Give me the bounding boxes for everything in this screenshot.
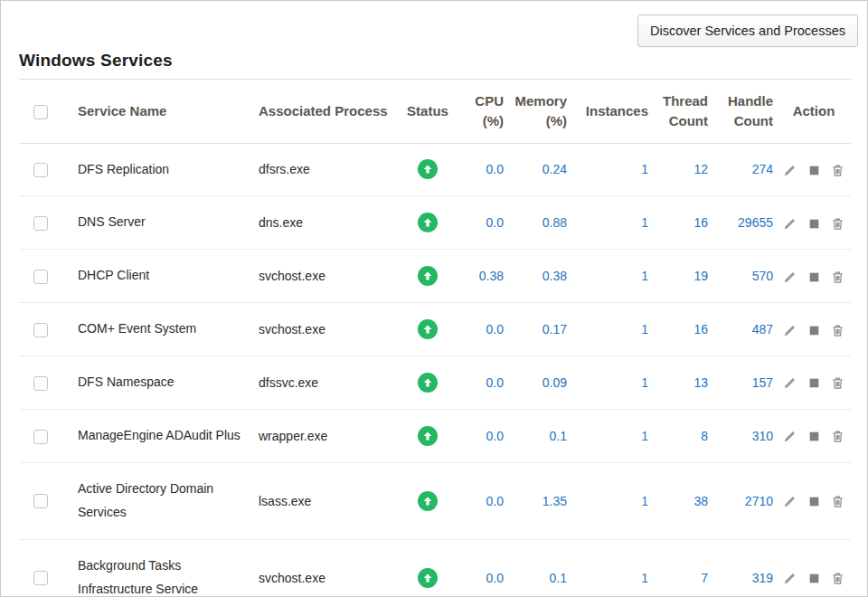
delete-icon[interactable] xyxy=(831,270,844,284)
service-name: COM+ Event System xyxy=(64,303,245,356)
delete-icon[interactable] xyxy=(831,217,844,231)
thread-count-value: 16 xyxy=(652,303,712,356)
handle-count-value: 157 xyxy=(712,356,777,410)
delete-icon[interactable] xyxy=(831,376,844,390)
memory-value: 1.35 xyxy=(507,462,571,539)
col-instances: Instances xyxy=(571,80,652,143)
status-up-icon xyxy=(418,266,438,286)
services-table: Service Name Associated Process Status C… xyxy=(19,80,851,597)
stop-icon[interactable] xyxy=(807,495,821,508)
memory-value: 0.88 xyxy=(507,196,571,250)
checkbox-cell xyxy=(19,250,64,303)
thread-count-value: 12 xyxy=(652,143,712,196)
row-checkbox[interactable] xyxy=(33,323,48,337)
handle-count-value: 319 xyxy=(712,539,777,597)
discover-services-button[interactable]: Discover Services and Processes xyxy=(637,14,858,47)
stop-icon[interactable] xyxy=(807,430,821,443)
action-cell xyxy=(777,539,851,597)
action-cell xyxy=(777,462,851,539)
stop-icon[interactable] xyxy=(807,376,821,390)
select-all-checkbox[interactable] xyxy=(33,105,48,119)
delete-icon[interactable] xyxy=(831,164,844,177)
associated-process: lsass.exe xyxy=(245,462,399,539)
stop-icon[interactable] xyxy=(807,164,821,177)
checkbox-cell xyxy=(19,356,64,410)
checkbox-cell xyxy=(19,303,64,356)
delete-icon[interactable] xyxy=(831,495,844,508)
edit-icon[interactable] xyxy=(783,376,797,390)
handle-count-value: 570 xyxy=(712,250,777,303)
action-cell xyxy=(777,250,851,303)
edit-icon[interactable] xyxy=(783,217,797,231)
associated-process: svchost.exe xyxy=(245,539,399,597)
edit-icon[interactable] xyxy=(783,324,797,337)
col-associated-process: Associated Process xyxy=(245,80,399,143)
instances-value: 1 xyxy=(571,409,652,462)
stop-icon[interactable] xyxy=(807,270,821,284)
delete-icon[interactable] xyxy=(831,572,844,585)
associated-process: dns.exe xyxy=(245,196,399,250)
delete-icon[interactable] xyxy=(831,430,844,443)
thread-count-value: 8 xyxy=(652,409,712,462)
edit-icon[interactable] xyxy=(783,164,797,177)
table-row: DNS Server dns.exe 0.0 0.88 1 16 29655 xyxy=(19,196,851,250)
stop-icon[interactable] xyxy=(807,217,821,231)
stop-icon[interactable] xyxy=(807,572,821,585)
row-checkbox[interactable] xyxy=(33,376,48,391)
edit-icon[interactable] xyxy=(783,495,797,508)
status-cell xyxy=(399,409,457,462)
delete-icon[interactable] xyxy=(831,324,844,337)
windows-services-page: Discover Services and Processes Windows … xyxy=(0,0,868,597)
memory-value: 0.1 xyxy=(507,539,571,597)
status-up-icon xyxy=(418,568,438,588)
table-row: DFS Replication dfsrs.exe 0.0 0.24 1 12 … xyxy=(19,143,851,196)
row-checkbox[interactable] xyxy=(33,430,48,444)
row-checkbox[interactable] xyxy=(33,494,48,508)
col-memory: Memory (%) xyxy=(507,80,571,143)
checkbox-cell xyxy=(19,539,64,597)
checkbox-cell xyxy=(19,196,64,250)
status-up-icon xyxy=(418,319,438,339)
row-checkbox[interactable] xyxy=(33,571,48,585)
associated-process: dfssvc.exe xyxy=(245,356,399,410)
instances-value: 1 xyxy=(571,539,652,597)
memory-value: 0.17 xyxy=(507,303,571,356)
row-checkbox[interactable] xyxy=(33,216,48,231)
instances-value: 1 xyxy=(571,196,652,250)
action-cell xyxy=(777,143,851,196)
cpu-value: 0.0 xyxy=(457,539,507,597)
service-name: DNS Server xyxy=(64,196,245,250)
edit-icon[interactable] xyxy=(783,572,797,585)
instances-value: 1 xyxy=(571,143,652,196)
service-name: DFS Namespace xyxy=(64,356,245,410)
table-row: ManageEngine ADAudit Plus wrapper.exe 0.… xyxy=(19,409,851,462)
edit-icon[interactable] xyxy=(783,430,797,443)
table-row: DHCP Client svchost.exe 0.38 0.38 1 19 5… xyxy=(19,250,851,303)
cpu-value: 0.0 xyxy=(457,462,507,539)
thread-count-value: 13 xyxy=(652,356,712,410)
status-up-icon xyxy=(418,373,438,393)
col-handle-count: Handle Count xyxy=(712,80,777,143)
service-name: DFS Replication xyxy=(64,143,245,196)
row-checkbox[interactable] xyxy=(33,163,48,177)
stop-icon[interactable] xyxy=(807,324,821,337)
instances-value: 1 xyxy=(571,250,652,303)
edit-icon[interactable] xyxy=(783,270,797,284)
associated-process: dfsrs.exe xyxy=(245,143,399,196)
page-title: Windows Services xyxy=(19,51,851,71)
associated-process: wrapper.exe xyxy=(245,409,399,462)
memory-value: 0.38 xyxy=(507,250,571,303)
checkbox-cell xyxy=(19,143,64,196)
status-cell xyxy=(399,143,457,196)
cpu-value: 0.0 xyxy=(457,303,507,356)
cpu-value: 0.0 xyxy=(457,356,507,410)
cpu-value: 0.0 xyxy=(457,409,507,462)
status-cell xyxy=(399,356,457,410)
table-row: Background Tasks Infrastructure Service … xyxy=(19,539,851,597)
action-cell xyxy=(777,356,851,410)
table-row: COM+ Event System svchost.exe 0.0 0.17 1… xyxy=(19,303,851,356)
service-name: DHCP Client xyxy=(64,250,245,303)
row-checkbox[interactable] xyxy=(33,270,48,284)
col-status: Status xyxy=(399,80,457,143)
cpu-value: 0.0 xyxy=(457,143,507,196)
